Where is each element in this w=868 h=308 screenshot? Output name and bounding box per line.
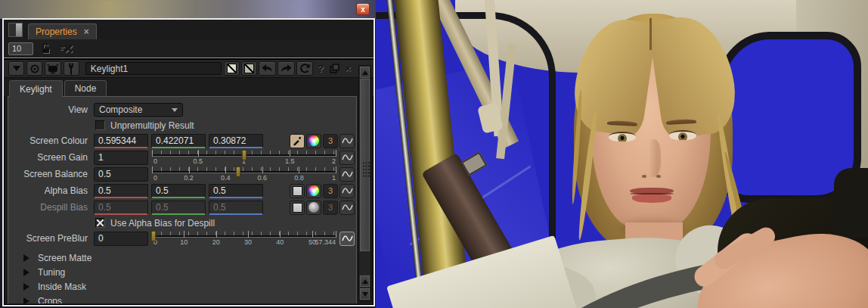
scroll-up-button[interactable] [360,67,370,78]
screen-gain-input[interactable] [94,151,148,165]
properties-panel: Properties × [2,18,375,306]
slider-tick: 0 [152,166,153,173]
center-node-in-graph-button[interactable] [26,61,42,76]
screen-preblur-slider[interactable]: 0 10 20 30 40 50 57.344 [152,230,336,247]
max-panels-input[interactable] [8,42,33,55]
node-panel-header: ? × [4,60,374,78]
slider-tick: 2 [336,150,336,157]
curve-editor-button[interactable] [339,167,355,182]
nose [644,139,661,177]
scroll-down-button[interactable] [360,288,370,300]
channels-count-button[interactable]: 3 [323,184,338,198]
curve-editor-button[interactable] [339,232,355,246]
help-button[interactable]: ? [315,61,327,76]
color-wheel-icon [308,202,319,213]
iris [678,132,687,140]
scrollbar-thumb[interactable] [360,79,370,251]
view-dropdown-value: Composite [99,104,142,115]
screen-gain-slider[interactable]: 0 0.5 1 1.5 2 [152,149,336,166]
slider-handle[interactable] [151,231,157,241]
despill-bias-g-input[interactable] [151,201,206,215]
pane-icon-right-half [16,23,23,36]
close-panel-button[interactable]: × [342,61,354,76]
slider-tick: 10 [184,231,184,238]
advanced-settings-button[interactable] [64,61,79,76]
group-screen-matte[interactable]: Screen Matte [8,250,355,265]
alpha-bias-r-input[interactable] [94,184,148,198]
application-window: x Properties × [0,0,868,308]
group-crops[interactable]: Crops [8,294,355,303]
lock-open-icon[interactable] [40,42,52,54]
redo-button[interactable] [277,61,295,76]
pane-icon-left-half [9,23,16,36]
collapse-panel-button[interactable] [8,61,24,76]
param-row-despill-bias: Despill Bias 3 [8,199,355,216]
channel-a-button[interactable] [224,61,240,76]
slider-tick: 0.5 [198,150,199,157]
screen-colour-r-input[interactable] [94,134,148,148]
curve-editor-button[interactable] [339,184,355,198]
vertical-scrollbar[interactable] [358,65,371,301]
screen-colour-b-input[interactable] [209,134,263,148]
iris [618,134,627,142]
color-wheel-button[interactable] [306,134,321,148]
use-alpha-bias-checkbox[interactable] [95,218,105,228]
scrollbar-track[interactable] [359,251,370,275]
close-all-panels-icon[interactable] [59,44,74,54]
channel-b-button[interactable] [241,61,257,76]
float-panel-button[interactable] [328,61,340,76]
alpha-bias-b-input[interactable] [209,184,263,198]
unpremultiply-checkbox[interactable] [95,120,105,130]
parameters-panel: View Composite Unpremultiply Result Scre… [8,96,357,303]
group-label: Crops [38,296,62,304]
group-tuning[interactable]: Tuning [8,265,355,279]
screen-colour-buttons: 3 [288,134,355,148]
undo-button[interactable] [259,61,276,76]
scroll-up-button-bottom[interactable] [360,275,370,287]
curve-icon [342,170,353,179]
screen-gain-label: Screen Gain [8,152,94,163]
diagonal-slash-icon [244,64,254,73]
despill-bias-label: Despill Bias [8,202,94,213]
undo-icon [261,64,274,73]
chevron-right-icon [23,297,29,304]
curve-editor-button[interactable] [339,134,355,148]
param-row-screen-preblur: Screen PreBlur 0 10 20 30 40 50 57.344 [8,230,355,247]
slider-handle[interactable] [241,150,246,160]
screen-preblur-input[interactable] [94,232,148,246]
tab-keylight[interactable]: Keylight [9,80,63,97]
alpha-bias-g-input[interactable] [151,184,206,198]
despill-bias-swatch-button[interactable] [290,201,305,215]
show-in-viewer-button[interactable] [45,61,61,76]
tab-properties-label: Properties [36,26,77,37]
window-titlebar: x [0,0,376,19]
slider-handle[interactable] [236,166,241,177]
color-wheel-button[interactable] [306,184,321,198]
slider-tick: 0.8 [299,166,299,173]
slider-tick: 0 [152,150,153,157]
eyedropper-button[interactable] [290,134,305,148]
tab-close-icon[interactable]: × [84,28,89,36]
redo-icon [280,64,293,73]
alpha-bias-swatch-button[interactable] [290,184,305,198]
channels-count-button[interactable]: 3 [323,134,338,148]
tab-properties[interactable]: Properties × [28,23,97,39]
screen-balance-slider[interactable]: 0 0.2 0.4 0.6 0.8 1 [152,166,336,182]
revert-button[interactable] [296,61,313,76]
despill-bias-b-input[interactable] [209,201,263,215]
screen-balance-input[interactable] [94,167,148,182]
pane-menu-icon[interactable] [8,23,23,37]
curve-editor-button[interactable] [339,201,355,215]
screen-colour-g-input[interactable] [151,134,206,148]
tab-node[interactable]: Node [64,80,107,96]
curve-editor-button[interactable] [339,151,355,165]
slider-tick: 1 [336,166,336,173]
node-header-buttons: ? × [224,61,354,76]
node-name-input[interactable] [85,62,222,75]
window-close-button[interactable]: x [356,3,370,15]
group-inside-mask[interactable]: Inside Mask [8,279,355,294]
despill-bias-r-input[interactable] [94,201,148,215]
nostril [642,175,646,178]
titlebar-blurred-background [0,0,376,19]
view-dropdown[interactable]: Composite [94,103,183,117]
